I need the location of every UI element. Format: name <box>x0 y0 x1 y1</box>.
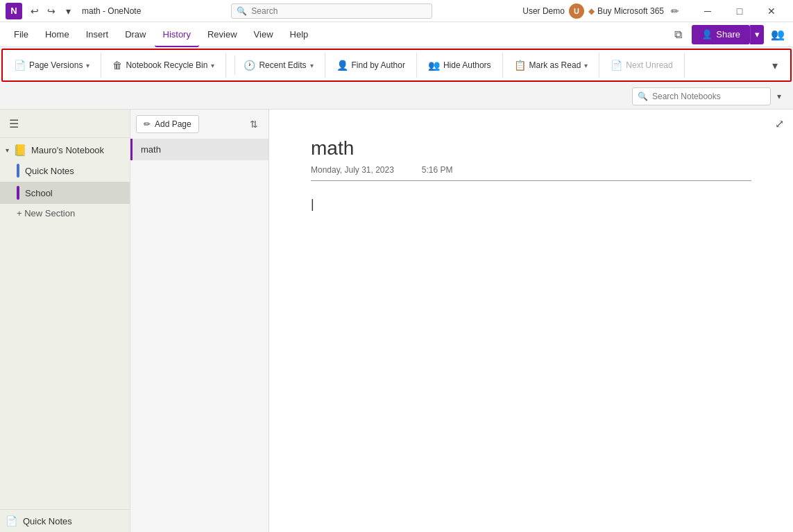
hide-authors-button[interactable]: 👥 Hide Authors <box>423 53 497 78</box>
buy-label: Buy Microsoft 365 <box>597 6 664 16</box>
pages-header: ✏ Add Page ⇅ <box>130 110 268 139</box>
menu-file[interactable]: File <box>6 22 37 47</box>
recent-edits-button[interactable]: 🕐 Recent Edits ▾ <box>238 53 318 78</box>
sort-pages-button[interactable]: ⇅ <box>245 115 263 133</box>
buy-microsoft-365-button[interactable]: ◆ Buy Microsoft 365 <box>588 6 664 16</box>
menu-history[interactable]: History <box>155 22 199 47</box>
avatar: U <box>569 3 584 19</box>
page-title: math <box>311 137 751 160</box>
menu-help[interactable]: Help <box>282 22 317 47</box>
text-cursor[interactable]: | <box>311 195 751 214</box>
page-time: 5:16 PM <box>422 165 453 175</box>
find-by-author-button[interactable]: 👤 Find by Author <box>331 53 411 78</box>
recycle-bin-chevron: ▾ <box>211 62 214 69</box>
search-notebooks-container: 🔍 <box>632 87 771 105</box>
title-bar-controls: ↩ ↪ ▾ <box>28 4 75 18</box>
page-versions-label: Page Versions <box>29 60 83 70</box>
quick-notes-footer-icon: 📄 <box>6 515 17 526</box>
add-page-button[interactable]: ✏ Add Page <box>136 115 199 133</box>
search-notebooks-dropdown-button[interactable]: ▾ <box>771 87 787 105</box>
notebook-name: Mauro's Notebook <box>31 145 104 155</box>
toolbar-expand-button[interactable]: ▾ <box>765 55 785 75</box>
sidebar-footer[interactable]: 📄 Quick Notes <box>0 509 130 532</box>
close-button[interactable]: ✕ <box>756 0 787 22</box>
recent-edits-label: Recent Edits <box>259 60 306 70</box>
mark-as-read-chevron: ▾ <box>584 62 588 69</box>
toolbar-separator-1 <box>235 55 235 75</box>
people-button[interactable]: 👥 <box>768 25 787 44</box>
find-by-author-label: Find by Author <box>352 60 405 70</box>
share-button[interactable]: 👤 Share <box>692 25 750 44</box>
expand-content-button[interactable]: ⤢ <box>771 115 787 132</box>
toolbar-group-versions: 📄 Page Versions ▾ <box>8 53 101 78</box>
page-item-math-label: math <box>141 144 161 155</box>
redo-button[interactable]: ↪ <box>44 4 58 18</box>
next-unread-button[interactable]: 📄 Next Unread <box>605 53 678 78</box>
toolbar-group-author: 👤 Find by Author <box>331 53 417 78</box>
page-date: Monday, July 31, 2023 <box>311 165 394 175</box>
user-info: User Demo U <box>522 3 584 19</box>
notebook-icon: 📒 <box>13 144 27 157</box>
notebook-recycle-bin-button[interactable]: 🗑 Notebook Recycle Bin ▾ <box>107 53 220 78</box>
menu-home[interactable]: Home <box>37 22 78 47</box>
menu-draw[interactable]: Draw <box>117 22 154 47</box>
notebook-recycle-bin-label: Notebook Recycle Bin <box>126 60 207 70</box>
share-icon: 👤 <box>701 29 713 40</box>
recycle-bin-icon: 🗑 <box>112 60 122 71</box>
hide-authors-label: Hide Authors <box>443 60 491 70</box>
recent-edits-chevron: ▾ <box>310 62 314 69</box>
minimize-button[interactable]: ─ <box>692 0 724 22</box>
menu-view[interactable]: View <box>246 22 282 47</box>
page-versions-chevron: ▾ <box>86 62 89 69</box>
window-controls: ─ □ ✕ <box>692 0 787 22</box>
sidebar-item-quick-notes[interactable]: Quick Notes <box>0 160 130 182</box>
window-title: math - OneNote <box>82 6 141 16</box>
menu-bar-right: ⧉ 👤 Share ▾ 👥 <box>668 25 787 44</box>
mark-as-read-icon: 📋 <box>514 60 526 71</box>
user-name-label: User Demo <box>522 6 565 16</box>
pages-panel: ✏ Add Page ⇅ math <box>130 110 269 532</box>
mark-as-read-button[interactable]: 📋 Mark as Read ▾ <box>509 53 594 78</box>
page-versions-icon: 📄 <box>14 60 26 71</box>
toolbar-group-edits: 🕐 Recent Edits ▾ <box>238 53 325 78</box>
title-bar: N ↩ ↪ ▾ math - OneNote 🔍 User Demo U ◆ B… <box>0 0 793 22</box>
page-versions-button[interactable]: 📄 Page Versions ▾ <box>8 53 95 78</box>
toolbar-group-unread: 📄 Next Unread <box>605 53 684 78</box>
menu-insert[interactable]: Insert <box>78 22 117 47</box>
main-layout: ☰ ▾ 📒 Mauro's Notebook Quick Notes Schoo… <box>0 110 793 532</box>
find-by-author-icon: 👤 <box>336 60 348 71</box>
next-unread-label: Next Unread <box>626 60 672 70</box>
quick-access-dropdown[interactable]: ▾ <box>61 4 75 18</box>
undo-button[interactable]: ↩ <box>28 4 42 18</box>
menu-bar: File Home Insert Draw History Review Vie… <box>0 22 793 47</box>
school-label: School <box>25 188 53 198</box>
app-logo: N <box>6 3 22 19</box>
menu-review[interactable]: Review <box>199 22 246 47</box>
title-bar-search-container: 🔍 <box>231 3 432 19</box>
diamond-icon: ◆ <box>588 6 595 16</box>
toolbar-group-mark: 📋 Mark as Read ▾ <box>509 53 600 78</box>
new-section-button[interactable]: + New Section <box>0 204 130 223</box>
page-item-math[interactable]: math <box>130 139 268 160</box>
mark-as-read-label: Mark as Read <box>529 60 581 70</box>
quick-notes-label: Quick Notes <box>25 166 74 176</box>
notebook-chevron-icon: ▾ <box>6 146 9 154</box>
content-area[interactable]: ⤢ math Monday, July 31, 2023 5:16 PM | <box>269 110 793 532</box>
search-input[interactable] <box>231 3 432 19</box>
pen-icon-button[interactable]: ✏ <box>668 4 682 18</box>
sidebar-item-school[interactable]: School <box>0 182 130 204</box>
sidebar-toggle-button[interactable]: ☰ <box>6 115 22 132</box>
share-dropdown-button[interactable]: ▾ <box>750 25 764 44</box>
share-label: Share <box>716 29 740 40</box>
add-page-label: Add Page <box>155 119 191 129</box>
hide-authors-icon: 👥 <box>428 60 440 71</box>
search-notebooks-input[interactable] <box>632 87 771 105</box>
notebook-toggle-button[interactable]: ⧉ <box>668 25 688 44</box>
maximize-button[interactable]: □ <box>724 0 756 22</box>
search-notebooks-icon: 🔍 <box>638 92 648 101</box>
page-meta: Monday, July 31, 2023 5:16 PM <box>311 165 751 181</box>
notebook-header[interactable]: ▾ 📒 Mauro's Notebook <box>0 141 130 160</box>
quick-notes-color-bar <box>17 164 19 178</box>
sidebar-footer-label: Quick Notes <box>23 516 72 526</box>
search-icon: 🔍 <box>237 6 247 16</box>
